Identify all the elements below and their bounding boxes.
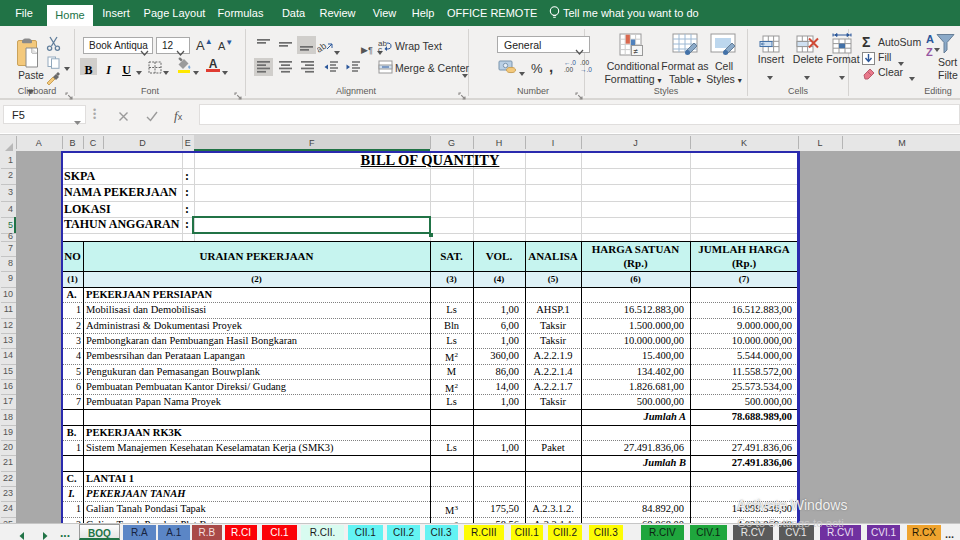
svg-text:Z: Z [926, 46, 933, 58]
svg-text:ab: ab [317, 41, 328, 53]
svg-text:.00: .00 [564, 66, 573, 73]
svg-text:c: c [378, 45, 382, 52]
svg-text:←.0: ←.0 [564, 59, 576, 66]
svg-text:A: A [926, 33, 934, 45]
svg-text:≠: ≠ [634, 47, 639, 56]
